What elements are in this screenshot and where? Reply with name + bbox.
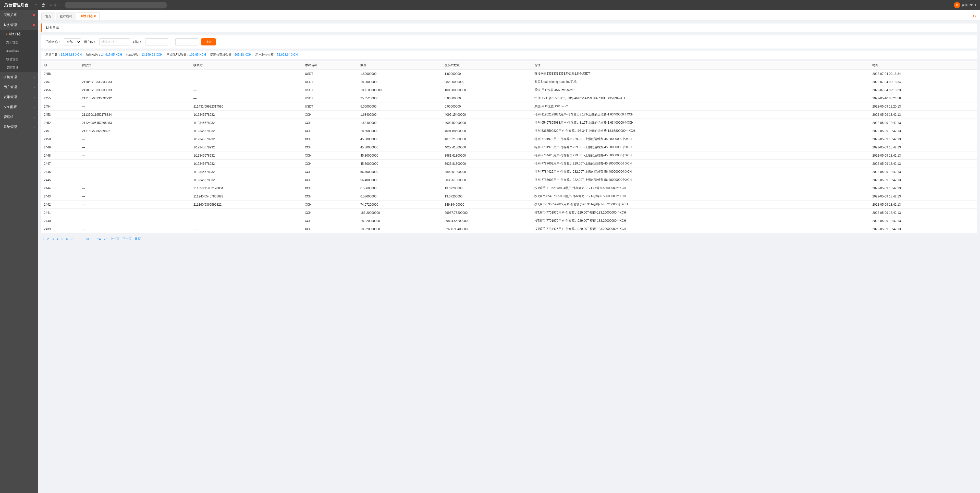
- stats-item: 提现待审核数量：205.88 XCH: [210, 53, 251, 57]
- table-cell: 得别-7701970用户-付存算力229.00T-上缴的运维费-45.80000…: [532, 135, 870, 143]
- sidebar-item-hierarchy[interactable]: 层级关系: [0, 10, 38, 20]
- page-link[interactable]: 1: [41, 237, 45, 241]
- table-cell: USDT: [302, 94, 358, 102]
- table-cell: XCH: [302, 201, 358, 209]
- time-start-input[interactable]: [145, 38, 168, 45]
- table-cell: —: [191, 86, 302, 94]
- search-button[interactable]: 搜索: [201, 38, 216, 45]
- table-row: 2441——XCH183.2000000029987.75200000按T派币-…: [41, 209, 977, 217]
- sidebar-item-app-config[interactable]: APP配置 ›: [0, 102, 38, 112]
- table-cell: USDT: [302, 102, 358, 111]
- table-cell: 211160/5366599822: [80, 127, 191, 135]
- sidebar-item-miner[interactable]: 矿机管理 ›: [0, 72, 38, 82]
- user-label: 欢迎, bihui: [962, 3, 976, 7]
- refresh-icon[interactable]: ↻: [972, 13, 977, 20]
- table-cell: 1/12345678932: [191, 176, 302, 184]
- page-link[interactable]: 2: [46, 237, 50, 241]
- table-cell: 25.35200000: [358, 94, 442, 102]
- table-cell: XCH: [302, 143, 358, 152]
- pagination-nav[interactable]: 上一页: [109, 236, 121, 242]
- pagination-nav[interactable]: 尾页: [134, 236, 142, 242]
- chevron-right-icon: ›: [34, 86, 35, 89]
- table-cell: —: [80, 168, 191, 176]
- table-cell: 45.80000000: [358, 152, 442, 160]
- sidebar-item-deposit-withdraw[interactable]: 加款/扣款: [0, 47, 38, 55]
- search-input[interactable]: [65, 2, 167, 8]
- table-cell: XCH: [302, 184, 358, 192]
- sidebar-section-system: 系统管理 ›: [0, 122, 38, 132]
- tab-push-structure[interactable]: 推存结构: [56, 13, 76, 20]
- user-id-input[interactable]: [99, 38, 130, 45]
- sidebar-item-wallet[interactable]: 钱包管理: [0, 55, 38, 64]
- table-cell: 29804.55200000: [442, 217, 532, 225]
- table-cell: 4093.52000000: [442, 119, 532, 127]
- user-id-label: 用户ID：: [84, 40, 96, 44]
- page-link[interactable]: 4: [56, 237, 59, 241]
- table-cell: —: [80, 143, 191, 152]
- tab-finance-log[interactable]: 财务日志 ×: [77, 12, 100, 20]
- page-link[interactable]: 7: [70, 237, 74, 241]
- sidebar-section-label: 资讯管理: [3, 95, 17, 99]
- page-link[interactable]: 3: [51, 237, 55, 241]
- table-cell: 13.07200000: [442, 192, 532, 201]
- sidebar-item-user[interactable]: 用户管理 ›: [0, 82, 38, 92]
- home-icon[interactable]: ⌂: [35, 3, 37, 7]
- table-row: 2439——XCH183.2000000032630.90400000按T派币-…: [41, 225, 977, 233]
- page-link[interactable]: 10: [84, 237, 89, 241]
- stats-item: 已提现FIL数量：106.65 XCH: [166, 53, 206, 57]
- coin-select[interactable]: 全部 USDT XCH: [64, 38, 81, 45]
- time-end-input[interactable]: [175, 38, 198, 45]
- user-info: B 欢迎, bihui: [954, 2, 976, 8]
- tab-home[interactable]: 首页: [41, 13, 55, 20]
- table-cell: USDT: [302, 78, 358, 86]
- sidebar-section-user: 用户管理 ›: [0, 82, 38, 92]
- table-cell: 183.20000000: [358, 217, 442, 225]
- table-cell: 5.00000000: [358, 102, 442, 111]
- table-cell: 2439: [41, 225, 80, 233]
- table-cell: 211052/13333333333: [80, 86, 191, 94]
- table-cell: XCH: [302, 192, 358, 201]
- search-bar: [65, 2, 167, 8]
- page-link[interactable]: ...: [91, 237, 95, 241]
- table-cell: 3981.61800000: [442, 152, 532, 160]
- table-cell: 2454: [41, 102, 80, 111]
- sidebar-item-admin[interactable]: 管理组 ›: [0, 112, 38, 122]
- table-cell: 211240/05457865083: [80, 119, 191, 127]
- page-link[interactable]: 24: [97, 237, 102, 241]
- pagination-nav[interactable]: 下一页: [121, 236, 133, 242]
- table-row: 2452211240/054578650831/12345678932XCH1.…: [41, 119, 977, 127]
- sidebar-section-hierarchy: 层级关系: [0, 10, 38, 20]
- table-cell: 2440: [41, 217, 80, 225]
- page-link[interactable]: 25: [103, 237, 108, 241]
- logout-btn[interactable]: ↩ 退出: [49, 3, 60, 7]
- sidebar-section-label: 系统管理: [3, 124, 17, 129]
- sidebar-item-recharge[interactable]: 充币管理: [0, 38, 38, 47]
- page-link[interactable]: 5: [60, 237, 64, 241]
- page-title: 财务日志: [41, 24, 977, 32]
- sidebar-item-system[interactable]: 系统管理 ›: [0, 122, 38, 132]
- column-header: 时间: [870, 61, 977, 70]
- table-cell: —: [80, 176, 191, 184]
- trash-icon[interactable]: 🗑: [41, 3, 45, 7]
- chevron-right-icon: ›: [34, 76, 35, 79]
- sidebar-section-finance: 财务管理 财务日志 充币管理 加款/扣款 钱包管理 提现审批: [0, 20, 38, 72]
- page-link[interactable]: 6: [65, 237, 69, 241]
- sidebar-item-withdraw-review[interactable]: 提现审批: [0, 64, 38, 72]
- table-cell: 982.00000000: [442, 78, 532, 86]
- sidebar-item-finance-log[interactable]: 财务日志: [0, 30, 38, 38]
- sidebar-item-news[interactable]: 资讯管理 ›: [0, 92, 38, 102]
- table-cell: 2022-07-04 09:18:34: [870, 78, 977, 86]
- sidebar-item-finance[interactable]: 财务管理: [0, 20, 38, 30]
- table-cell: —: [191, 225, 302, 233]
- table-cell: 45.80000000: [358, 135, 442, 143]
- table-cell: —: [80, 160, 191, 168]
- table-cell: 得别-7787603用户-付存算力282.00T-上缴的运维费-56.40000…: [532, 176, 870, 184]
- table-cell: 1/12345678932: [191, 152, 302, 160]
- table-row: 2449—1/12345678932XCH45.800000004027.418…: [41, 143, 977, 152]
- chevron-right-icon: ›: [34, 96, 35, 99]
- sidebar-section-label: 层级关系: [3, 13, 17, 18]
- page-link[interactable]: 8: [75, 237, 79, 241]
- page-link[interactable]: 9: [80, 237, 83, 241]
- column-header: 交易后数量: [442, 61, 532, 70]
- table-cell: 按T派币-7784425用户-付存算力229.00T-获得-183.200000…: [532, 225, 870, 233]
